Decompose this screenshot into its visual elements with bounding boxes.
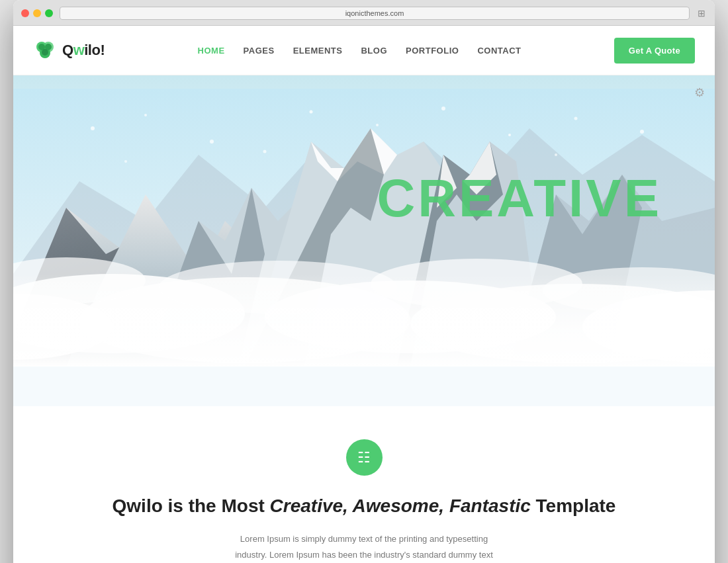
nav-link-home[interactable]: HOME <box>198 46 225 56</box>
section-description: Lorem Ipsum is simply dummy text of the … <box>232 531 496 563</box>
nav-item-home[interactable]: HOME <box>198 44 225 56</box>
svg-point-42 <box>555 153 557 156</box>
svg-point-35 <box>376 124 379 126</box>
logo-icon <box>33 38 57 62</box>
svg-point-39 <box>640 130 644 134</box>
heading-text-1: Qwilo is the Most <box>113 496 270 516</box>
document-icon: ☷ <box>357 449 371 466</box>
nav-link-contact[interactable]: CONTACT <box>477 46 521 56</box>
svg-point-38 <box>574 117 578 120</box>
section-title: Qwilo is the Most Creative, Awesome, Fan… <box>33 494 695 518</box>
nav-item-pages[interactable]: PAGES <box>244 44 275 56</box>
svg-point-32 <box>144 114 147 116</box>
nav-item-blog[interactable]: BLOG <box>361 44 387 56</box>
svg-point-31 <box>91 126 95 130</box>
close-button[interactable] <box>21 9 29 17</box>
nav-item-elements[interactable]: ELEMENTS <box>293 44 343 56</box>
expand-icon: ⊞ <box>696 8 707 19</box>
hero-section: CREATIVE ⚙ <box>13 75 715 406</box>
fullscreen-button[interactable] <box>45 9 53 17</box>
nav-link-elements[interactable]: ELEMENTS <box>293 46 343 56</box>
svg-point-33 <box>210 140 214 144</box>
nav-link-pages[interactable]: PAGES <box>244 46 275 56</box>
section-icon: ☷ <box>346 439 383 476</box>
heading-italic: Creative, Awesome, Fantastic <box>270 496 531 516</box>
nav-item-portfolio[interactable]: PORTFOLIO <box>406 44 459 56</box>
svg-point-41 <box>263 150 267 153</box>
svg-point-34 <box>310 110 313 114</box>
logo[interactable]: Qwilo! <box>33 38 105 62</box>
browser-window: iqonicthemes.com ⊞ Qwilo! <box>13 0 715 563</box>
svg-point-37 <box>508 134 511 136</box>
content-section: ☷ Qwilo is the Most Creative, Awesome, F… <box>13 406 715 563</box>
nav-link-portfolio[interactable]: PORTFOLIO <box>406 46 459 56</box>
heading-text-2: Template <box>531 496 616 516</box>
nav-item-contact[interactable]: CONTACT <box>477 44 521 56</box>
settings-icon[interactable]: ⚙ <box>694 85 705 100</box>
minimize-button[interactable] <box>33 9 41 17</box>
nav-links: HOME PAGES ELEMENTS BLOG PORTFOLIO CONTA… <box>198 44 522 56</box>
browser-chrome: iqonicthemes.com ⊞ <box>13 0 715 26</box>
navbar: Qwilo! HOME PAGES ELEMENTS BLOG PORTFOLI… <box>13 26 715 75</box>
svg-rect-30 <box>13 274 715 367</box>
hero-title: CREATIVE <box>377 168 662 229</box>
site-wrapper: Qwilo! HOME PAGES ELEMENTS BLOG PORTFOLI… <box>13 26 715 563</box>
get-a-quote-button[interactable]: Get A Quote <box>614 38 695 64</box>
svg-point-36 <box>441 107 445 110</box>
traffic-lights <box>21 9 53 17</box>
svg-point-40 <box>124 160 127 163</box>
logo-text: Qwilo! <box>62 42 105 59</box>
nav-link-blog[interactable]: BLOG <box>361 46 387 56</box>
address-bar[interactable]: iqonicthemes.com <box>60 7 690 20</box>
svg-point-5 <box>42 49 48 56</box>
